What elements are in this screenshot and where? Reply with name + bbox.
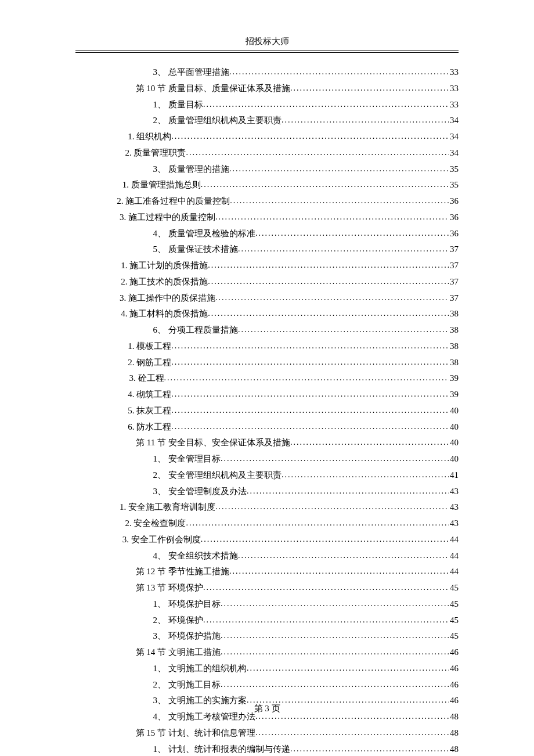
toc-entry: 5. 抹灰工程40 xyxy=(75,403,459,419)
toc-title: 质量管理及检验的标准 xyxy=(168,226,255,242)
toc-title: 环境保护 xyxy=(168,580,203,596)
toc-leader-dots xyxy=(208,258,449,273)
toc-entry: 2、质量管理组织机构及主要职责34 xyxy=(75,113,459,129)
toc-leader-dots xyxy=(171,387,449,402)
toc-title: 1. 模板工程 xyxy=(128,339,171,355)
toc-entry: 2. 钢筋工程38 xyxy=(75,355,459,371)
toc-leader-dots xyxy=(171,403,449,418)
toc-section-label: 第 12 节 xyxy=(75,564,168,580)
toc-title: 文明施工的组织机构 xyxy=(168,661,247,677)
toc-section-label: 第 11 节 xyxy=(75,435,168,451)
toc-item-label: 4、 xyxy=(75,548,168,564)
toc-leader-dots xyxy=(203,613,449,628)
toc-page-number: 44 xyxy=(449,548,459,564)
toc-leader-dots xyxy=(171,339,449,354)
toc-item-label: 6、 xyxy=(75,322,168,339)
toc-leader-dots xyxy=(230,193,449,208)
toc-leader-dots xyxy=(290,435,449,450)
toc-page-number: 45 xyxy=(449,580,459,596)
toc-leader-dots xyxy=(238,242,449,257)
toc-title: 季节性施工措施 xyxy=(168,564,229,580)
toc-page-number: 45 xyxy=(449,628,459,645)
toc-title: 5. 抹灰工程 xyxy=(128,403,171,419)
toc-title: 计划、统计和报表的编制与传递 xyxy=(168,741,290,757)
toc-entry: 3、安全管理制度及办法43 xyxy=(75,484,459,500)
toc-page-number: 46 xyxy=(449,661,459,677)
toc-item-label: 5、 xyxy=(75,242,168,258)
toc-title: 质量目标、质量保证体系及措施 xyxy=(168,81,290,97)
toc-item-label: 2、 xyxy=(75,467,168,484)
toc-entry: 2、安全管理组织机构及主要职责41 xyxy=(75,467,459,484)
toc-leader-dots xyxy=(221,628,449,643)
toc-item-label: 2、 xyxy=(75,613,168,629)
toc-title: 3. 施工过程中的质量控制 xyxy=(120,210,215,226)
toc-entry: 第 14 节文明施工措施46 xyxy=(75,645,459,661)
toc-leader-dots xyxy=(208,274,449,289)
toc-leader-dots xyxy=(201,532,449,547)
page-footer: 第 3 页 xyxy=(0,703,534,714)
toc-page-number: 33 xyxy=(449,97,459,113)
toc-page-number: 39 xyxy=(449,387,459,403)
toc-title: 6. 防水工程 xyxy=(128,419,171,435)
toc-page-number: 40 xyxy=(449,435,459,451)
toc-entry: 1. 组织机构34 xyxy=(75,129,459,145)
toc-title: 安全目标、安全保证体系及措施 xyxy=(168,435,290,451)
toc-title: 2. 安全检查制度 xyxy=(125,516,186,532)
toc-entry: 2、环境保护45 xyxy=(75,613,459,629)
toc-page-number: 36 xyxy=(449,210,459,226)
toc-entry: 第 12 节季节性施工措施44 xyxy=(75,564,459,580)
toc-entry: 1、计划、统计和报表的编制与传递48 xyxy=(75,741,459,757)
toc-entry: 4. 砌筑工程39 xyxy=(75,387,459,403)
toc-title: 3. 安全工作例会制度 xyxy=(122,532,201,548)
toc-item-label: 3、 xyxy=(75,161,168,178)
toc-leader-dots xyxy=(208,306,449,321)
document-page: 招投标大师 3、总平面管理措施33第 10 节质量目标、质量保证体系及措施331… xyxy=(0,0,534,756)
toc-title: 分项工程质量措施 xyxy=(168,322,238,339)
page-header-title: 招投标大师 xyxy=(75,36,459,51)
toc-page-number: 38 xyxy=(449,306,459,322)
toc-page-number: 46 xyxy=(449,645,459,661)
toc-page-number: 39 xyxy=(449,370,459,387)
toc-title: 质量管理的措施 xyxy=(168,161,229,178)
toc-leader-dots xyxy=(186,145,449,160)
toc-title: 安全管理目标 xyxy=(168,451,221,467)
toc-title: 3. 施工操作中的质保措施 xyxy=(120,290,215,307)
toc-leader-dots xyxy=(221,451,449,466)
toc-entry: 4、质量管理及检验的标准36 xyxy=(75,226,459,242)
toc-leader-dots xyxy=(203,97,449,112)
toc-leader-dots xyxy=(282,113,449,128)
toc-title: 4. 施工材料的质保措施 xyxy=(121,306,208,322)
toc-title: 环境保护措施 xyxy=(168,628,221,645)
toc-entry: 1、环境保护目标45 xyxy=(75,596,459,613)
toc-item-label: 1、 xyxy=(75,451,168,467)
toc-page-number: 40 xyxy=(449,403,459,419)
toc-title: 2. 质量管理职责 xyxy=(125,145,186,161)
toc-title: 1. 质量管理措施总则 xyxy=(122,177,201,193)
toc-page-number: 35 xyxy=(449,161,459,178)
toc-entry: 第 11 节安全目标、安全保证体系及措施40 xyxy=(75,435,459,451)
toc-title: 计划、统计和信息管理 xyxy=(168,725,255,741)
toc-page-number: 44 xyxy=(449,564,459,580)
toc-leader-dots xyxy=(247,484,449,499)
toc-page-number: 44 xyxy=(449,532,459,548)
toc-leader-dots xyxy=(171,129,449,144)
toc-section-label: 第 10 节 xyxy=(75,81,168,97)
toc-page-number: 40 xyxy=(449,451,459,467)
toc-title: 安全管理组织机构及主要职责 xyxy=(168,467,282,484)
toc-entry: 3、环境保护措施45 xyxy=(75,628,459,645)
toc-page-number: 46 xyxy=(449,677,459,693)
toc-leader-dots xyxy=(201,177,449,192)
toc-entry: 4. 施工材料的质保措施38 xyxy=(75,306,459,322)
toc-entry: 1、文明施工的组织机构46 xyxy=(75,661,459,677)
toc-item-label: 1、 xyxy=(75,661,168,677)
toc-page-number: 37 xyxy=(449,242,459,258)
toc-leader-dots xyxy=(290,81,449,96)
toc-leader-dots xyxy=(229,564,449,579)
toc-title: 安全管理制度及办法 xyxy=(168,484,247,500)
toc-page-number: 34 xyxy=(449,113,459,129)
toc-title: 安全组织技术措施 xyxy=(168,548,238,564)
toc-title: 文明施工目标 xyxy=(168,677,221,693)
toc-leader-dots xyxy=(255,226,449,241)
toc-leader-dots xyxy=(229,161,449,177)
toc-page-number: 33 xyxy=(449,64,459,81)
